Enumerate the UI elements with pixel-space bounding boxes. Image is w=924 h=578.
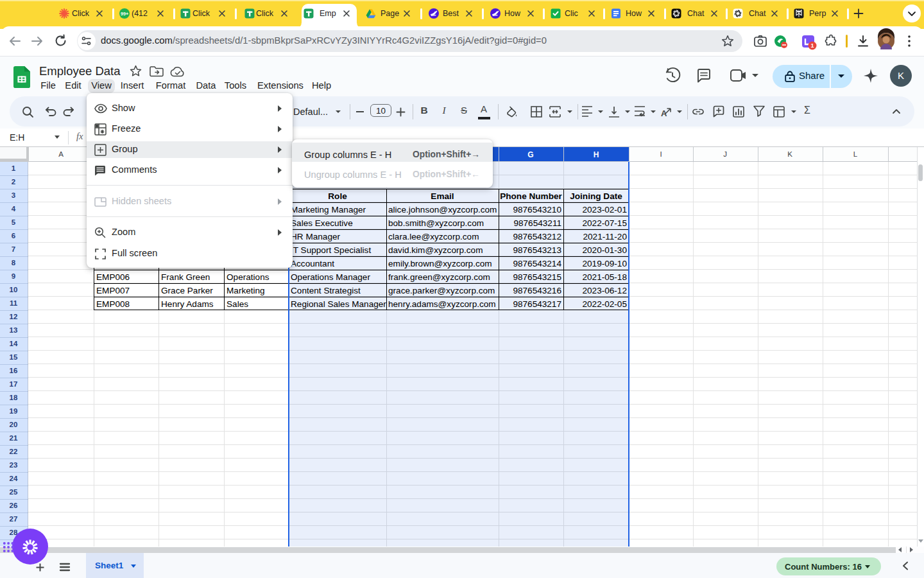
svg-text:99+: 99+ [121,11,128,17]
svg-text:1: 1 [810,42,814,49]
